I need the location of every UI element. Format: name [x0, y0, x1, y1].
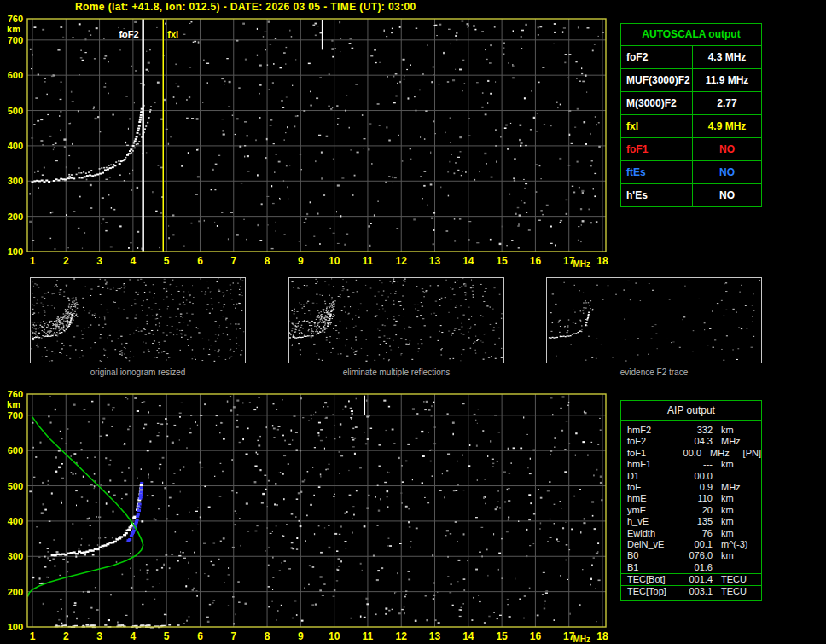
autoscala-screen: Rome (lat: +41.8, lon: 012.5) - DATE: 20…	[0, 0, 826, 644]
parameter-name: h_vE	[621, 516, 678, 527]
parameter-value: 332	[678, 425, 713, 436]
svg-text:18: 18	[596, 630, 608, 642]
svg-text:760: 760	[8, 14, 23, 24]
aip-table-row: hmF1---km	[621, 459, 761, 470]
svg-text:760: 760	[8, 389, 23, 399]
parameter-value: 4.3 MHz	[693, 46, 761, 68]
main-ionogram-plot: foF2fxI760700600500400300200100km1234567…	[0, 12, 618, 268]
parameter-value: 003.1	[678, 586, 713, 597]
parameter-label: M(3000)F2	[621, 92, 693, 114]
parameter-note	[757, 436, 761, 447]
parameter-name: hmF1	[621, 459, 678, 470]
svg-text:400: 400	[8, 516, 23, 526]
svg-text:500: 500	[8, 481, 23, 491]
svg-text:3: 3	[96, 255, 102, 267]
aip-table-row: hmE110km	[621, 493, 761, 504]
thumbnail-caption: eliminate multiple reflections	[288, 368, 504, 377]
parameter-note	[757, 574, 761, 585]
parameter-unit: TECU	[713, 586, 757, 597]
parameter-label: foF1	[621, 138, 693, 160]
aip-table-title: AIP output	[621, 401, 761, 421]
parameter-value: 00.0	[678, 471, 713, 482]
svg-text:15: 15	[496, 630, 508, 642]
parameter-note	[757, 493, 761, 504]
parameter-label: ftEs	[621, 161, 693, 183]
aip-table-row: foF204.3MHz	[621, 436, 761, 447]
svg-text:MHz: MHz	[573, 259, 590, 268]
parameter-value: 01.6	[678, 562, 713, 573]
aip-table-row: D100.0	[621, 471, 761, 482]
svg-text:5: 5	[164, 255, 170, 267]
parameter-name: hmF2	[621, 425, 678, 436]
parameter-note	[757, 516, 761, 527]
svg-text:km: km	[7, 24, 20, 34]
parameter-note	[757, 550, 761, 561]
svg-text:11: 11	[363, 255, 374, 267]
svg-text:200: 200	[8, 587, 23, 597]
svg-text:600: 600	[8, 70, 23, 80]
svg-text:13: 13	[429, 255, 441, 267]
parameter-value: NO	[693, 161, 761, 183]
parameter-name: Ewidth	[621, 528, 678, 539]
parameter-name: DelN_vE	[621, 539, 678, 550]
svg-text:600: 600	[8, 445, 23, 455]
aip-table-row: foE0.9MHz	[621, 482, 761, 493]
svg-text:16: 16	[530, 255, 542, 267]
parameter-note	[757, 528, 761, 539]
svg-text:400: 400	[8, 141, 23, 151]
svg-text:8: 8	[265, 630, 270, 642]
svg-text:4: 4	[131, 255, 137, 267]
thumbnail-caption: original ionogram resized	[30, 368, 246, 377]
parameter-value: 2.77	[693, 92, 761, 114]
svg-text:200: 200	[8, 212, 23, 222]
parameter-name: foF1	[621, 448, 672, 459]
parameter-unit: km	[713, 516, 757, 527]
parameter-unit: MHz	[713, 436, 757, 447]
svg-text:500: 500	[8, 106, 23, 116]
svg-text:1: 1	[30, 255, 36, 267]
parameter-unit: m^(-3)	[713, 539, 757, 550]
aip-table-row: TEC[Top]003.1TECU	[621, 585, 761, 597]
parameter-note	[757, 505, 761, 516]
parameter-value: NO	[693, 138, 761, 160]
parameter-label: MUF(3000)F2	[621, 69, 693, 91]
svg-text:700: 700	[8, 35, 23, 45]
aip-table-row: B101.6	[621, 562, 761, 573]
svg-text:4: 4	[131, 630, 137, 642]
parameter-name: D1	[621, 471, 678, 482]
svg-text:13: 13	[429, 630, 441, 642]
parameter-note	[757, 482, 761, 493]
svg-text:12: 12	[396, 255, 408, 267]
svg-text:5: 5	[164, 630, 170, 642]
parameter-name: foE	[621, 482, 678, 493]
svg-text:2: 2	[63, 630, 69, 642]
autoscala-output-table: AUTOSCALA output foF24.3 MHzMUF(3000)F21…	[620, 23, 762, 207]
svg-text:km: km	[7, 399, 20, 409]
parameter-name: foF2	[621, 436, 678, 447]
aip-table-row: DelN_vE00.1m^(-3)	[621, 539, 761, 550]
svg-text:7: 7	[230, 630, 236, 642]
parameter-unit: km	[713, 425, 757, 436]
svg-text:10: 10	[329, 255, 340, 267]
svg-text:6: 6	[197, 255, 203, 267]
parameter-value: 00.1	[678, 539, 713, 550]
parameter-name: TEC[Bot]	[621, 574, 678, 585]
autoscala-table-row: fxI4.9 MHz	[621, 115, 761, 138]
svg-text:14: 14	[462, 255, 474, 267]
aip-table-row: Ewidth76km	[621, 528, 761, 539]
svg-text:12: 12	[396, 630, 408, 642]
parameter-note: [PN]	[742, 448, 761, 459]
parameter-value: 20	[678, 505, 713, 516]
parameter-value: 76	[678, 528, 713, 539]
parameter-unit: TECU	[713, 574, 757, 585]
thumbnail-original-ionogram	[30, 277, 246, 363]
svg-text:1: 1	[30, 630, 36, 642]
parameter-unit: km	[713, 528, 757, 539]
parameter-unit: km	[713, 505, 757, 516]
parameter-unit: km	[713, 459, 757, 470]
svg-text:300: 300	[8, 551, 23, 561]
parameter-label: fxI	[621, 115, 693, 137]
svg-text:2: 2	[63, 255, 69, 267]
parameter-value: 04.3	[678, 436, 713, 447]
svg-text:7: 7	[230, 255, 236, 267]
